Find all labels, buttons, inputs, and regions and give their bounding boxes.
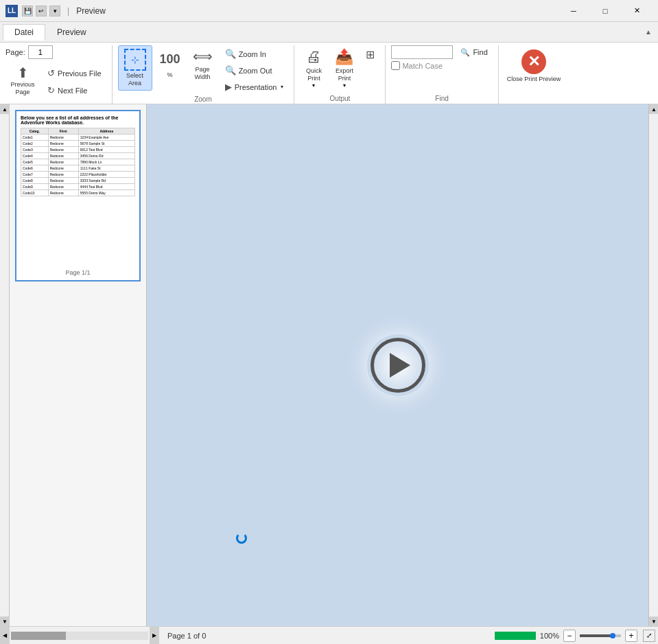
preview-scroll-down[interactable]: ▼ xyxy=(649,617,658,626)
thumbnail-title: Below you see a list of all addresses of… xyxy=(21,115,135,125)
previous-page-label: PreviousPage xyxy=(10,81,34,96)
sidebar-scroll-up[interactable]: ▲ xyxy=(0,104,10,114)
zoom-out-button[interactable]: 🔍 Zoom Out xyxy=(220,63,289,78)
quick-print-button[interactable]: 🖨 QuickPrint ▾ xyxy=(300,45,327,91)
thumb-col-addr: Address xyxy=(78,128,134,135)
preview-scrollbar-vertical: ▲ ▼ xyxy=(648,104,658,626)
status-bar: ◀ ▶ Page 1 of 0 100% − + ⤢ xyxy=(0,626,658,644)
zoom-in-button[interactable]: 🔍 Zoom In xyxy=(220,47,289,61)
find-input-row: 🔍 Find xyxy=(391,45,492,59)
export-print-label: ExportPrint xyxy=(336,67,353,82)
thumbnail-table: Categ. Firm Address Code1Redcone1234 Exa… xyxy=(21,128,135,196)
thumb-col-cat: Categ. xyxy=(21,128,49,135)
ribbon-group-find: 🔍 Find Match Case Find xyxy=(386,45,498,104)
select-area-button[interactable]: ⊹ SelectArea xyxy=(118,45,152,91)
zoom-group-content: ⊹ SelectArea 100 % ⟺ PageWidth 🔍 xyxy=(118,45,289,94)
presentation-button[interactable]: ▶ Presentation ▾ xyxy=(220,80,289,94)
loading-spinner xyxy=(236,533,247,544)
zoom-100-button[interactable]: 100 % xyxy=(155,45,185,82)
page-number-input[interactable] xyxy=(28,45,53,59)
ribbon-collapse-button[interactable]: ▲ xyxy=(642,25,655,39)
fit-window-button[interactable]: ⤢ xyxy=(643,630,655,642)
page-width-icon: ⟺ xyxy=(193,48,213,65)
close-button[interactable]: ✕ xyxy=(621,0,653,22)
main-content: ▲ ▼ Below you see a list of all addresse… xyxy=(0,104,658,626)
window-controls: ─ □ ✕ xyxy=(558,0,653,22)
extra-output-icon: ⊞ xyxy=(366,48,375,61)
maximize-button[interactable]: □ xyxy=(589,0,621,22)
find-button[interactable]: 🔍 Find xyxy=(456,46,492,59)
extra-output-button[interactable]: ⊞ xyxy=(361,45,379,64)
h-scroll-track[interactable] xyxy=(11,632,148,640)
select-area-label: SelectArea xyxy=(126,72,143,87)
zoom-group-label: Zoom xyxy=(118,94,289,104)
ribbon-group-zoom: ⊹ SelectArea 100 % ⟺ PageWidth 🔍 xyxy=(113,45,295,104)
zoom-slider-thumb[interactable] xyxy=(610,633,615,639)
h-scroll-left[interactable]: ◀ xyxy=(0,627,10,645)
title-bar-left: LL 💾 ↩ ▾ | Preview xyxy=(5,5,106,17)
tab-datei[interactable]: Datei xyxy=(3,24,45,41)
close-print-label: Close Print Preview xyxy=(507,76,561,83)
page-counter: Page 1 of 0 xyxy=(159,632,214,640)
close-print-icon: ✕ xyxy=(521,49,546,74)
previous-file-button[interactable]: ↺ Previous File xyxy=(43,66,106,80)
dropdown-icon[interactable]: ▾ xyxy=(49,5,60,16)
app-logo: LL xyxy=(5,5,18,17)
zoom-percentage: 100% xyxy=(540,632,559,640)
zoom-100-label: % xyxy=(167,71,173,79)
preview-canvas[interactable] xyxy=(147,104,648,626)
tab-bar: Datei Preview ▲ xyxy=(0,22,658,43)
window-title: Preview xyxy=(76,6,106,16)
table-row: Code3Redcone9012 Test Blvd xyxy=(21,147,135,153)
preview-scroll-up[interactable]: ▲ xyxy=(649,104,658,114)
thumbnail-card[interactable]: Below you see a list of all addresses of… xyxy=(15,110,141,281)
sidebar-scroll-track xyxy=(0,114,9,617)
thumbnail-page-num: Page 1/1 xyxy=(21,269,135,276)
export-dropdown-icon: ▾ xyxy=(343,82,346,89)
quick-print-icon: 🖨 xyxy=(306,48,321,66)
zoom-out-button-status[interactable]: − xyxy=(563,630,576,642)
match-case-label: Match Case xyxy=(391,61,443,70)
previous-page-icon: ⬆ xyxy=(17,66,29,80)
page-width-button[interactable]: ⟺ PageWidth xyxy=(188,45,218,84)
find-search-input[interactable] xyxy=(391,45,453,59)
zoom-100-icon: 100 xyxy=(160,48,180,70)
table-row: Code8Redcone3333 Sample Rd xyxy=(21,178,135,184)
h-scroll-thumb[interactable] xyxy=(11,632,66,640)
ribbon: Page: ⬆ PreviousPage ⬇ NextPage xyxy=(0,43,658,104)
title-bar-icons: 💾 ↩ ▾ xyxy=(22,5,60,16)
page-label: Page: xyxy=(5,48,25,56)
minimize-button[interactable]: ─ xyxy=(558,0,589,22)
loading-indicator xyxy=(236,533,247,544)
table-row: Code9Redcone4444 Test Blvd xyxy=(21,184,135,190)
h-scroll-right[interactable]: ▶ xyxy=(150,627,159,645)
table-row: Code10Redcone5555 Demo Way xyxy=(21,190,135,196)
page-width-label: PageWidth xyxy=(195,66,211,81)
undo-icon[interactable]: ↩ xyxy=(36,5,47,16)
find-group-content: 🔍 Find Match Case xyxy=(391,45,492,93)
next-file-icon: ↻ xyxy=(47,85,55,95)
find-inner-content: 🔍 Find Match Case xyxy=(391,45,492,70)
table-row: Code6Redcone1111 Fake St xyxy=(21,165,135,172)
zoom-in-button-status[interactable]: + xyxy=(625,630,637,642)
left-sidebar-scrollbar: ▲ ▼ xyxy=(0,104,10,626)
next-file-button[interactable]: ↻ Next File xyxy=(43,83,106,97)
zoom-slider[interactable] xyxy=(580,634,621,637)
ribbon-group-navigation: Page: ⬆ PreviousPage ⬇ NextPage xyxy=(0,45,113,104)
close-print-preview-button[interactable]: ✕ Close Print Preview xyxy=(499,45,569,104)
match-case-checkbox[interactable] xyxy=(391,61,400,70)
previous-page-button[interactable]: ⬆ PreviousPage xyxy=(5,63,40,99)
preview-scroll-track xyxy=(649,114,658,617)
sidebar-scroll-down[interactable]: ▼ xyxy=(0,617,10,626)
select-area-icon: ⊹ xyxy=(124,49,146,71)
quick-print-dropdown-icon: ▾ xyxy=(312,82,315,89)
thumbnail-panel: Below you see a list of all addresses of… xyxy=(10,104,147,626)
previous-file-icon: ↺ xyxy=(47,68,55,78)
page-input-group: Page: xyxy=(5,45,53,59)
save-icon[interactable]: 💾 xyxy=(22,5,33,16)
presentation-icon: ▶ xyxy=(225,82,232,92)
play-button[interactable] xyxy=(367,334,429,396)
tab-preview[interactable]: Preview xyxy=(45,24,98,40)
presentation-label: Presentation xyxy=(235,83,277,91)
export-print-button[interactable]: 📤 ExportPrint ▾ xyxy=(330,45,358,91)
